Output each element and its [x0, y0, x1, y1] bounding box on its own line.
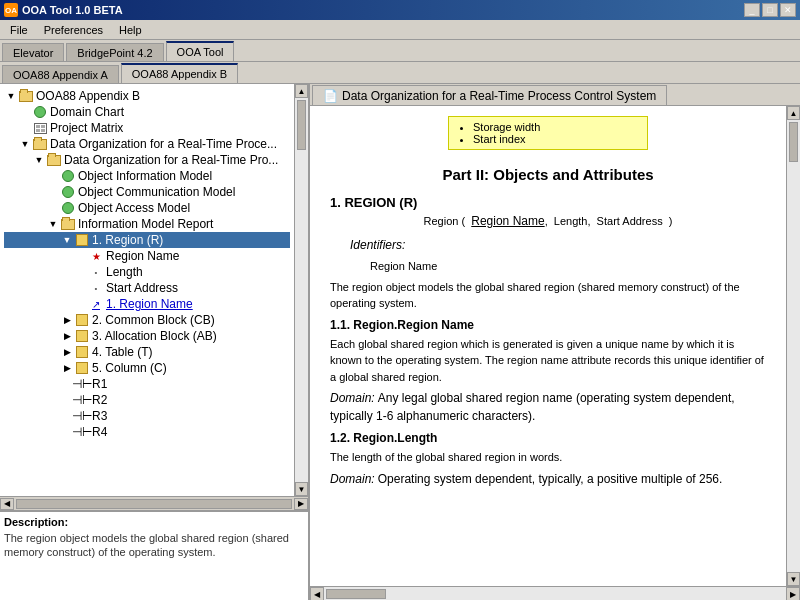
- icon-column: [74, 361, 90, 375]
- rhs-right-btn[interactable]: ▶: [786, 587, 800, 600]
- menu-preferences[interactable]: Preferences: [36, 22, 111, 38]
- tree-item-length[interactable]: • Length: [4, 264, 290, 280]
- title-bar: OA OOA Tool 1.0 BETA _ □ ✕: [0, 0, 800, 20]
- doc-sub2-text: The length of the global shared region i…: [330, 449, 766, 466]
- maximize-button[interactable]: □: [762, 3, 778, 17]
- lhs-left-btn[interactable]: ◀: [0, 498, 14, 510]
- right-hscrollbar[interactable]: ◀ ▶: [310, 586, 800, 600]
- rvs-down-btn[interactable]: ▼: [787, 572, 800, 586]
- icon-ooa88b: [18, 89, 34, 103]
- tree-item-objaccess[interactable]: Object Access Model: [4, 200, 290, 216]
- tree-item-table[interactable]: ▶ 4. Table (T): [4, 344, 290, 360]
- menu-file[interactable]: File: [2, 22, 36, 38]
- window-controls[interactable]: _ □ ✕: [744, 3, 796, 17]
- tab-appendix-a[interactable]: OOA88 Appendix A: [2, 65, 119, 83]
- expander-alloc[interactable]: ▶: [60, 331, 74, 341]
- left-vscrollbar[interactable]: ▲ ▼: [294, 84, 308, 496]
- tab-appendix-b[interactable]: OOA88 Appendix B: [121, 63, 238, 83]
- tree-item-datorg2[interactable]: ▼ Data Organization for a Real-Time Pro.…: [4, 152, 290, 168]
- main-area: ▼ OOA88 Appendix B Domain Chart Proje: [0, 84, 800, 600]
- tree-item-r3[interactable]: ⊣⊢ R3: [4, 408, 290, 424]
- tree-item-region[interactable]: ▼ 1. Region (R): [4, 232, 290, 248]
- right-content-row: Storage width Start index Part II: Objec…: [310, 106, 800, 586]
- tree-item-objinfo[interactable]: Object Information Model: [4, 168, 290, 184]
- icon-infomodel: [60, 217, 76, 231]
- doc-identifier-value: Region Name: [370, 258, 766, 275]
- expander-datorg2[interactable]: ▼: [32, 155, 46, 165]
- tree-item-regname2[interactable]: ↗ 1. Region Name: [4, 296, 290, 312]
- doc-sub2-heading: 1.2. Region.Length: [330, 431, 766, 445]
- right-vscrollbar[interactable]: ▲ ▼: [786, 106, 800, 586]
- expander-infomodel[interactable]: ▼: [46, 219, 60, 229]
- icon-objaccess: [60, 201, 76, 215]
- rvs-track[interactable]: [787, 120, 800, 572]
- expander-datorg[interactable]: ▼: [18, 139, 32, 149]
- icon-objinfo: [60, 169, 76, 183]
- lvs-thumb[interactable]: [297, 100, 306, 150]
- tree-item-objcomm[interactable]: Object Communication Model: [4, 184, 290, 200]
- tree-item-infomodel[interactable]: ▼ Information Model Report: [4, 216, 290, 232]
- tree-item-r1[interactable]: ⊣⊢ R1: [4, 376, 290, 392]
- tree-item-domain[interactable]: Domain Chart: [4, 104, 290, 120]
- doc-region-desc: The region object models the global shar…: [330, 279, 766, 312]
- icon-star: ★: [88, 249, 104, 263]
- lvs-down-btn[interactable]: ▼: [295, 482, 308, 496]
- tree-area[interactable]: ▼ OOA88 Appendix B Domain Chart Proje: [0, 84, 294, 496]
- tree-item-startaddr[interactable]: • Start Address: [4, 280, 290, 296]
- expander-ooa88b[interactable]: ▼: [4, 91, 18, 101]
- tree-item-project[interactable]: Project Matrix: [4, 120, 290, 136]
- doc-sub1-domain-text: Any legal global shared region name (ope…: [330, 391, 735, 423]
- menu-help[interactable]: Help: [111, 22, 150, 38]
- tab-elevator[interactable]: Elevator: [2, 43, 64, 61]
- lhs-right-btn[interactable]: ▶: [294, 498, 308, 510]
- lhs-thumb[interactable]: [16, 499, 292, 509]
- rvs-thumb[interactable]: [789, 122, 798, 162]
- left-panel: ▼ OOA88 Appendix B Domain Chart Proje: [0, 84, 310, 600]
- doc-sub2-domain: Domain: Operating system dependent, typi…: [330, 470, 766, 488]
- left-hscrollbar[interactable]: ◀ ▶: [0, 496, 308, 510]
- rhs-left-btn[interactable]: ◀: [310, 587, 324, 600]
- icon-bullet-length: •: [88, 265, 104, 279]
- doc-tab-main[interactable]: 📄 Data Organization for a Real-Time Proc…: [312, 85, 667, 105]
- expander-common[interactable]: ▶: [60, 315, 74, 325]
- icon-objcomm: [60, 185, 76, 199]
- icon-domain: [32, 105, 48, 119]
- tree-item-common[interactable]: ▶ 2. Common Block (CB): [4, 312, 290, 328]
- icon-alloc: [74, 329, 90, 343]
- app-title: OOA Tool 1.0 BETA: [22, 4, 123, 16]
- icon-datorg: [32, 137, 48, 151]
- doc-tab-bar: 📄 Data Organization for a Real-Time Proc…: [310, 84, 800, 106]
- tree-item-ooa88b[interactable]: ▼ OOA88 Appendix B: [4, 88, 290, 104]
- doc-sub2-domain-text: Operating system dependent, typically, a…: [378, 472, 723, 486]
- tab-bridgepoint[interactable]: BridgePoint 4.2: [66, 43, 163, 61]
- tree-item-column[interactable]: ▶ 5. Column (C): [4, 360, 290, 376]
- doc-tab-label: Data Organization for a Real-Time Proces…: [342, 89, 656, 103]
- tree-item-r4[interactable]: ⊣⊢ R4: [4, 424, 290, 440]
- doc-tab-icon: 📄: [323, 89, 338, 103]
- tab-ooa-tool[interactable]: OOA Tool: [166, 41, 235, 61]
- icon-bullet-start: •: [88, 281, 104, 295]
- doc-sub1-heading: 1.1. Region.Region Name: [330, 318, 766, 332]
- icon-r4: ⊣⊢: [74, 425, 90, 439]
- icon-r2: ⊣⊢: [74, 393, 90, 407]
- doc-main-title: Part II: Objects and Attributes: [330, 166, 766, 183]
- rvs-up-btn[interactable]: ▲: [787, 106, 800, 120]
- close-button[interactable]: ✕: [780, 3, 796, 17]
- lvs-up-btn[interactable]: ▲: [295, 84, 308, 98]
- expander-column[interactable]: ▶: [60, 363, 74, 373]
- minimize-button[interactable]: _: [744, 3, 760, 17]
- doc-sub1-text: Each global shared region which is gener…: [330, 336, 766, 386]
- tree-item-regname[interactable]: ★ Region Name: [4, 248, 290, 264]
- expander-table[interactable]: ▶: [60, 347, 74, 357]
- expander-region[interactable]: ▼: [60, 235, 74, 245]
- doc-sub1-domain: Domain: Any legal global shared region n…: [330, 389, 766, 425]
- rhs-thumb[interactable]: [326, 589, 386, 599]
- doc-area[interactable]: Storage width Start index Part II: Objec…: [310, 106, 786, 586]
- icon-link-region: ↗: [88, 297, 104, 311]
- tree-item-datorg[interactable]: ▼ Data Organization for a Real-Time Proc…: [4, 136, 290, 152]
- tree-item-allocblock[interactable]: ▶ 3. Allocation Block (AB): [4, 328, 290, 344]
- doc-region-sig: Region ( Region Name, Length, Start Addr…: [330, 214, 766, 228]
- lvs-track[interactable]: [295, 98, 308, 482]
- rhs-track[interactable]: [324, 587, 786, 600]
- tree-item-r2[interactable]: ⊣⊢ R2: [4, 392, 290, 408]
